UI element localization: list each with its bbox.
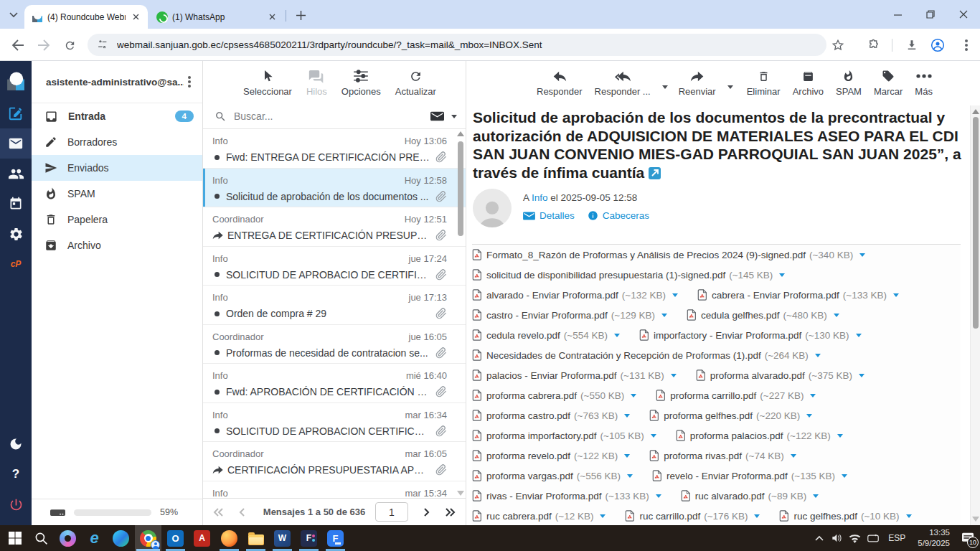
headers-link[interactable]: Cabeceras bbox=[588, 210, 649, 221]
folder-enviados[interactable]: Enviados bbox=[32, 155, 202, 181]
attachment-menu-caret[interactable] bbox=[815, 354, 821, 357]
next-page-icon[interactable] bbox=[424, 508, 430, 517]
bookmark-star-icon[interactable] bbox=[829, 36, 847, 55]
recipient-link[interactable]: Info bbox=[532, 192, 548, 203]
mail-nav-button[interactable] bbox=[0, 128, 32, 159]
delete-button[interactable]: Eliminar bbox=[747, 68, 781, 97]
select-button[interactable]: Seleccionar bbox=[243, 68, 292, 97]
threads-button[interactable]: Hilos bbox=[306, 68, 327, 97]
wifi-icon[interactable] bbox=[846, 525, 864, 551]
attachment-menu-caret[interactable] bbox=[806, 414, 812, 418]
message-list-item[interactable]: Info mar 15:34 bbox=[203, 481, 466, 499]
attachment-menu-caret[interactable] bbox=[672, 293, 678, 297]
scroll-down-icon[interactable] bbox=[457, 491, 464, 496]
chrome-button[interactable] bbox=[135, 525, 161, 551]
message-list-item[interactable]: Info Hoy 13:06 Fwd: ENTREGA DE CERTIFICA… bbox=[203, 129, 466, 169]
attachment[interactable]: proforma vargas.pdf (~556 KB) bbox=[472, 470, 633, 481]
attachment[interactable]: solicitud de disponibilidad presupuestar… bbox=[472, 269, 785, 281]
forward-button[interactable]: Reenviar bbox=[679, 68, 725, 97]
reply-all-menu-caret[interactable] bbox=[662, 85, 668, 89]
message-list-item[interactable]: Coordinador jue 16:05 Proformas de neces… bbox=[203, 325, 466, 364]
attachment[interactable]: alvarado - Enviar Proforma.pdf (~132 KB) bbox=[472, 289, 678, 301]
prev-page-icon[interactable] bbox=[239, 508, 245, 517]
attachment-menu-caret[interactable] bbox=[813, 494, 819, 498]
tab-roundcube[interactable]: (4) Roundcube Webmail :: Envia bbox=[24, 5, 148, 29]
calendar-nav-button[interactable] bbox=[0, 189, 32, 219]
attachment-menu-caret[interactable] bbox=[656, 494, 661, 498]
word-button[interactable]: W bbox=[269, 525, 296, 551]
attachment[interactable]: ruc alvarado.pdf (~89 KB) bbox=[681, 490, 819, 501]
scrollbar-thumb[interactable] bbox=[458, 141, 463, 236]
start-button[interactable] bbox=[1, 525, 28, 551]
search-input[interactable] bbox=[234, 110, 430, 122]
mark-button[interactable]: Marcar bbox=[874, 68, 903, 97]
tab-close-icon[interactable] bbox=[130, 11, 142, 23]
scrollbar-thumb[interactable] bbox=[973, 117, 979, 329]
attachment[interactable]: cedula revelo.pdf (~554 KB) bbox=[472, 329, 620, 341]
attachment[interactable]: proforma imporfactory.pdf (~105 KB) bbox=[472, 430, 656, 441]
back-button[interactable] bbox=[9, 36, 27, 55]
attachment-menu-caret[interactable] bbox=[834, 314, 839, 317]
attachment[interactable]: proforma gelfhes.pdf (~220 KB) bbox=[649, 410, 812, 421]
outlook-button[interactable]: O bbox=[162, 525, 189, 551]
dark-mode-icon[interactable] bbox=[0, 429, 32, 459]
compose-button[interactable] bbox=[0, 98, 32, 128]
attachment[interactable]: castro - Enviar Proforma.pdf (~129 KB) bbox=[472, 309, 667, 321]
attachment-menu-caret[interactable] bbox=[842, 474, 847, 478]
reply-all-button[interactable]: Responder ... bbox=[595, 68, 659, 97]
folder-spam[interactable]: SPAM bbox=[32, 181, 202, 207]
tab-search-button[interactable] bbox=[6, 7, 22, 23]
attachment[interactable]: ruc cabrera.pdf (~12 KB) bbox=[472, 510, 606, 522]
message-list-item[interactable]: Info mié 16:40 Fwd: APROBACIÓN DE CERTIF… bbox=[203, 364, 466, 403]
attachment-menu-caret[interactable] bbox=[614, 334, 620, 337]
folder-papelera[interactable]: Papelera bbox=[32, 207, 202, 232]
forms-app-button[interactable]: F bbox=[322, 525, 349, 551]
tab-whatsapp[interactable]: (1) WhatsApp bbox=[149, 5, 284, 29]
attachment-menu-caret[interactable] bbox=[600, 514, 606, 518]
message-list-item[interactable]: Info Hoy 12:58 Solicitud de aprobación d… bbox=[203, 169, 466, 208]
attachment-menu-caret[interactable] bbox=[651, 434, 656, 438]
scroll-up-icon[interactable] bbox=[457, 131, 464, 136]
scroll-down-icon[interactable] bbox=[972, 517, 979, 522]
attachment[interactable]: proforma rivas.pdf (~74 KB) bbox=[649, 450, 796, 461]
more-button[interactable]: Más bbox=[915, 68, 933, 97]
folder-archivo[interactable]: Archivo bbox=[32, 232, 202, 258]
minimize-icon[interactable] bbox=[881, 0, 914, 29]
attachment[interactable]: proforma palacios.pdf (~122 KB) bbox=[676, 430, 843, 441]
browser-menu-icon[interactable] bbox=[957, 36, 976, 55]
page-number-input[interactable] bbox=[375, 502, 408, 522]
attachment[interactable]: proforma cabrera.pdf (~550 KB) bbox=[472, 390, 636, 401]
attachment-menu-caret[interactable] bbox=[661, 314, 667, 317]
firefox-button[interactable] bbox=[216, 525, 242, 551]
message-list-item[interactable]: Coordinador Hoy 12:51 ENTREGA DE CERTIFI… bbox=[203, 207, 466, 247]
attachment-menu-caret[interactable] bbox=[779, 273, 785, 277]
edge-button[interactable] bbox=[108, 525, 134, 551]
message-list-item[interactable]: Info jue 17:24 SOLICITUD DE APROBACIO DE… bbox=[203, 247, 466, 286]
acrobat-button[interactable]: A bbox=[189, 525, 215, 551]
clock[interactable]: 13:35 5/9/2025 bbox=[912, 527, 956, 549]
attachment[interactable]: proforma alvarado.pdf (~375 KB) bbox=[696, 369, 864, 381]
attachment[interactable]: proforma carrillo.pdf (~227 KB) bbox=[656, 390, 816, 401]
contacts-nav-button[interactable] bbox=[0, 159, 32, 189]
language-indicator[interactable]: ESP bbox=[882, 533, 912, 543]
last-page-icon[interactable] bbox=[446, 508, 456, 517]
forward-menu-caret[interactable] bbox=[727, 85, 733, 89]
attachment-menu-caret[interactable] bbox=[856, 334, 862, 337]
list-scrollbar[interactable] bbox=[456, 131, 465, 496]
scroll-up-icon[interactable] bbox=[972, 109, 979, 114]
settings-nav-button[interactable] bbox=[0, 219, 32, 249]
internet-explorer-button[interactable]: e bbox=[81, 525, 108, 551]
open-in-new-window-icon[interactable] bbox=[649, 167, 661, 179]
attachment-menu-caret[interactable] bbox=[754, 514, 760, 518]
attachment-menu-caret[interactable] bbox=[859, 374, 864, 377]
cast-screen-icon[interactable] bbox=[864, 525, 882, 551]
attachment-menu-caret[interactable] bbox=[671, 374, 677, 377]
tray-expand-icon[interactable] bbox=[810, 525, 828, 551]
browser-profile-icon[interactable] bbox=[928, 36, 947, 55]
spam-button[interactable]: SPAM bbox=[836, 68, 862, 97]
attachment[interactable]: revelo - Enviar Proforma.pdf (~135 KB) bbox=[652, 470, 847, 481]
help-button[interactable]: ? bbox=[0, 459, 32, 489]
attachment[interactable]: proforma castro.pdf (~763 KB) bbox=[472, 410, 630, 421]
attachment-menu-caret[interactable] bbox=[893, 293, 899, 297]
attachment-menu-caret[interactable] bbox=[624, 454, 630, 458]
